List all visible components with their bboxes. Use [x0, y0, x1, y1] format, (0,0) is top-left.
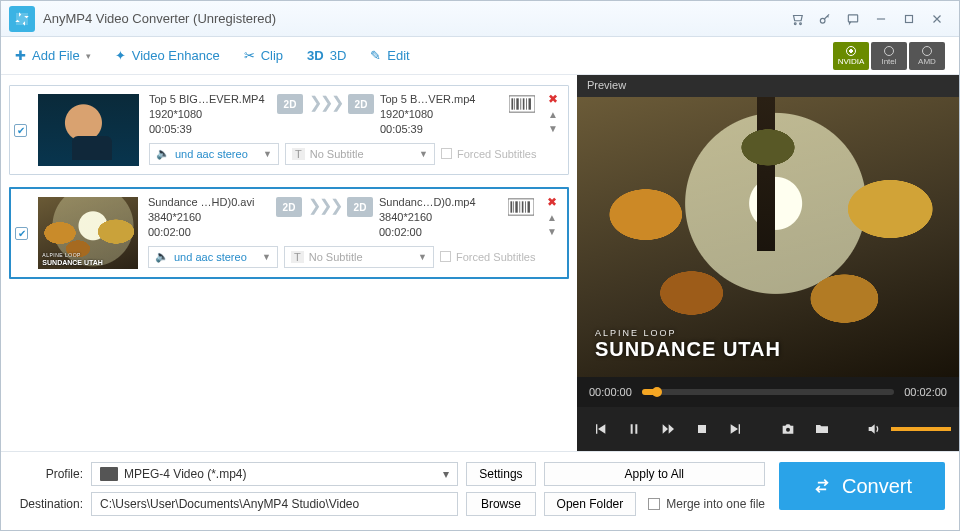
content-area: ✔ Top 5 BIG…EVER.MP4 1920*1080 00:05:39 … — [1, 75, 959, 451]
remove-item-button[interactable]: ✖ — [547, 195, 557, 209]
forced-subtitles-label: Forced Subtitles — [456, 251, 535, 263]
profile-value: MPEG-4 Video (*.mp4) — [124, 467, 247, 481]
merge-label: Merge into one file — [666, 497, 765, 511]
gpu-intel-chip[interactable]: Intel — [871, 42, 907, 70]
settings-button[interactable]: Settings — [466, 462, 535, 486]
apply-all-button[interactable]: Apply to All — [544, 462, 765, 486]
minimize-button[interactable] — [867, 7, 895, 31]
snapshot-button[interactable] — [773, 414, 803, 444]
close-button[interactable] — [923, 7, 951, 31]
audio-track-dropdown[interactable]: 🔈 und aac stereo ▼ — [149, 143, 279, 165]
target-2d-badge[interactable]: 2D — [347, 197, 373, 217]
gpu-nvidia-chip[interactable]: NVIDIA — [833, 42, 869, 70]
volume-icon[interactable] — [863, 414, 885, 444]
checkbox-icon — [648, 498, 660, 510]
move-down-button[interactable]: ▼ — [547, 227, 557, 237]
file-item[interactable]: ✔ Top 5 BIG…EVER.MP4 1920*1080 00:05:39 … — [9, 85, 569, 175]
remove-item-button[interactable]: ✖ — [548, 92, 558, 106]
edit-button[interactable]: ✎ Edit — [370, 48, 409, 63]
open-folder-button[interactable]: Open Folder — [544, 492, 637, 516]
subtitle-icon: T — [292, 148, 305, 160]
pause-button[interactable] — [619, 414, 649, 444]
convert-icon — [812, 476, 832, 496]
file-item[interactable]: ✔ ALPINE LOOPSUNDANCE UTAH Sundance …HD)… — [9, 187, 569, 279]
move-up-button[interactable]: ▲ — [547, 213, 557, 223]
cart-icon[interactable] — [783, 7, 811, 31]
source-duration: 00:05:39 — [149, 122, 271, 137]
svg-rect-16 — [515, 201, 517, 212]
add-file-label: Add File — [32, 48, 80, 63]
svg-rect-10 — [523, 98, 525, 109]
preview-video-area[interactable]: ALPINE LOOP SUNDANCE UTAH — [577, 97, 959, 377]
svg-rect-14 — [510, 201, 512, 212]
merge-checkbox[interactable]: Merge into one file — [648, 497, 765, 511]
seek-bar[interactable] — [642, 389, 894, 395]
output-format-button[interactable] — [508, 92, 536, 116]
intel-icon — [884, 46, 894, 56]
plus-icon: ✚ — [15, 48, 26, 63]
scissors-icon: ✂ — [244, 48, 255, 63]
add-file-button[interactable]: ✚ Add File ▾ — [15, 48, 91, 63]
video-enhance-button[interactable]: ✦ Video Enhance — [115, 48, 220, 63]
titlebar: AnyMP4 Video Converter (Unregistered) — [1, 1, 959, 37]
svg-rect-21 — [698, 425, 706, 433]
next-button[interactable] — [721, 414, 751, 444]
svg-rect-12 — [529, 98, 531, 109]
output-format-button[interactable] — [507, 195, 535, 219]
source-2d-badge[interactable]: 2D — [276, 197, 302, 217]
time-total: 00:02:00 — [904, 386, 947, 398]
convert-button[interactable]: Convert — [779, 462, 945, 510]
check-icon: ✔ — [15, 227, 28, 240]
svg-point-2 — [820, 18, 825, 23]
volume-control[interactable] — [863, 414, 951, 444]
source-filename: Sundance …HD)0.avi — [148, 195, 270, 210]
move-down-button[interactable]: ▼ — [548, 124, 558, 134]
prev-button[interactable] — [585, 414, 615, 444]
open-folder-button[interactable] — [807, 414, 837, 444]
svg-rect-4 — [906, 15, 913, 22]
subtitle-dropdown[interactable]: T No Subtitle ▼ — [285, 143, 435, 165]
video-enhance-label: Video Enhance — [132, 48, 220, 63]
svg-rect-7 — [514, 98, 515, 109]
source-2d-badge[interactable]: 2D — [277, 94, 303, 114]
source-filename: Top 5 BIG…EVER.MP4 — [149, 92, 271, 107]
stop-button[interactable] — [687, 414, 717, 444]
key-icon[interactable] — [811, 7, 839, 31]
profile-dropdown[interactable]: MPEG-4 Video (*.mp4) ▾ — [91, 462, 458, 486]
chevron-down-icon: ▾ — [86, 51, 91, 61]
speaker-icon: 🔈 — [156, 147, 170, 160]
svg-point-0 — [794, 22, 796, 24]
fast-forward-button[interactable] — [653, 414, 683, 444]
clip-button[interactable]: ✂ Clip — [244, 48, 283, 63]
destination-input[interactable]: C:\Users\User\Documents\AnyMP4 Studio\Vi… — [91, 492, 458, 516]
volume-slider[interactable] — [891, 427, 951, 431]
item-thumbnail[interactable] — [38, 94, 139, 166]
forced-subtitles-checkbox[interactable]: Forced Subtitles — [440, 251, 535, 263]
progress-row: 00:00:00 00:02:00 — [577, 377, 959, 407]
check-icon: ✔ — [14, 124, 27, 137]
svg-rect-17 — [519, 201, 520, 212]
3d-button[interactable]: 3D 3D — [307, 48, 346, 63]
feedback-icon[interactable] — [839, 7, 867, 31]
gpu-amd-chip[interactable]: AMD — [909, 42, 945, 70]
file-list-pane: ✔ Top 5 BIG…EVER.MP4 1920*1080 00:05:39 … — [1, 75, 577, 451]
maximize-button[interactable] — [895, 7, 923, 31]
svg-rect-9 — [520, 98, 521, 109]
item-checkbox[interactable]: ✔ — [11, 189, 32, 277]
clip-label: Clip — [261, 48, 283, 63]
browse-button[interactable]: Browse — [466, 492, 535, 516]
chevron-down-icon: ▼ — [418, 252, 427, 262]
move-up-button[interactable]: ▲ — [548, 110, 558, 120]
item-thumbnail[interactable]: ALPINE LOOPSUNDANCE UTAH — [38, 197, 138, 269]
svg-rect-6 — [511, 98, 513, 109]
forced-subtitles-checkbox[interactable]: Forced Subtitles — [441, 148, 536, 160]
audio-track-dropdown[interactable]: 🔈 und aac stereo ▼ — [148, 246, 278, 268]
source-meta: Sundance …HD)0.avi 3840*2160 00:02:00 — [148, 195, 270, 240]
convert-label: Convert — [842, 475, 912, 498]
source-resolution: 1920*1080 — [149, 107, 271, 122]
audio-track-value: und aac stereo — [175, 148, 248, 160]
target-2d-badge[interactable]: 2D — [348, 94, 374, 114]
item-checkbox[interactable]: ✔ — [10, 86, 32, 174]
svg-point-1 — [800, 22, 802, 24]
subtitle-dropdown[interactable]: T No Subtitle ▼ — [284, 246, 434, 268]
